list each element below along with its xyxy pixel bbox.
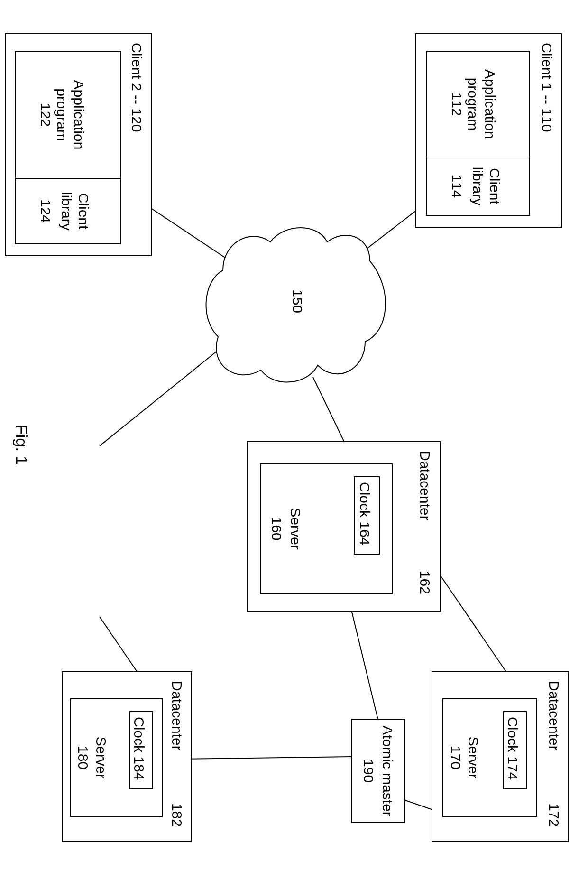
datacenter-top-title: Datacenter bbox=[545, 681, 562, 750]
client1-app-box: Application program 112 bbox=[426, 51, 530, 157]
client2-lib-ref: 124 bbox=[37, 179, 54, 243]
clock-center-label: Clock 164 bbox=[356, 482, 373, 545]
server-bottom-box: Clock 184 Server 180 bbox=[70, 698, 163, 817]
client1-lib-ref: 114 bbox=[448, 157, 465, 215]
atomic-master-box: Atomic master 190 bbox=[351, 719, 405, 823]
datacenter-center-title: Datacenter bbox=[416, 451, 433, 520]
server-bottom-ref: 180 bbox=[74, 699, 92, 816]
server-top-ref: 170 bbox=[447, 699, 464, 816]
clock-top-box: Clock 174 bbox=[503, 711, 527, 789]
atomic-master-label: Atomic master bbox=[379, 720, 396, 822]
client2-lib-label: Client library bbox=[58, 179, 92, 243]
server-center-ref: 160 bbox=[268, 464, 285, 593]
server-center-box: Clock 164 Server 160 bbox=[260, 463, 393, 594]
svg-line-6 bbox=[180, 757, 351, 759]
datacenter-bottom-title: Datacenter bbox=[168, 681, 185, 750]
client1-lib-label: Client library bbox=[469, 157, 503, 215]
client1-title: Client 1 -- 110 bbox=[538, 43, 555, 132]
server-top-label: Server bbox=[465, 699, 482, 816]
datacenter-bottom-box: Datacenter 182 Clock 184 Server 180 bbox=[62, 671, 192, 842]
figure-caption: Fig. 1 bbox=[12, 425, 31, 465]
client1-lib-box: Client library 114 bbox=[426, 157, 530, 216]
clock-center-box: Clock 164 bbox=[354, 476, 380, 555]
client2-app-box: Application program 122 bbox=[15, 51, 121, 179]
clock-top-label: Clock 174 bbox=[504, 717, 521, 780]
datacenter-center-box: Datacenter 162 Clock 164 Server 160 bbox=[247, 441, 441, 612]
server-top-box: Clock 174 Server 170 bbox=[442, 698, 537, 817]
diagram-canvas: 150 Client 1 -- 110 Application program … bbox=[0, 0, 588, 880]
client1-app-label: Application program bbox=[464, 52, 498, 157]
clock-bottom-label: Clock 184 bbox=[130, 717, 147, 780]
client1-box: Client 1 -- 110 Application program 112 … bbox=[415, 33, 562, 228]
datacenter-top-ref: 172 bbox=[545, 803, 562, 827]
datacenter-top-box: Datacenter 172 Clock 174 Server 170 bbox=[432, 671, 569, 842]
client1-app-ref: 112 bbox=[448, 52, 465, 157]
client2-box: Client 2 -- 120 Application program 122 … bbox=[5, 33, 152, 256]
server-center-label: Server bbox=[287, 464, 304, 593]
atomic-master-ref: 190 bbox=[360, 720, 377, 822]
client2-title: Client 2 -- 120 bbox=[128, 43, 145, 132]
svg-line-4 bbox=[441, 576, 507, 674]
datacenter-bottom-ref: 182 bbox=[168, 803, 185, 827]
datacenter-center-ref: 162 bbox=[416, 571, 433, 594]
server-bottom-label: Server bbox=[92, 699, 110, 816]
client2-app-ref: 122 bbox=[37, 52, 54, 178]
client2-app-label: Application program bbox=[53, 52, 87, 178]
cloud-ref-label: 150 bbox=[289, 289, 306, 313]
client2-lib-box: Client library 124 bbox=[15, 178, 121, 244]
clock-bottom-box: Clock 184 bbox=[129, 711, 153, 789]
